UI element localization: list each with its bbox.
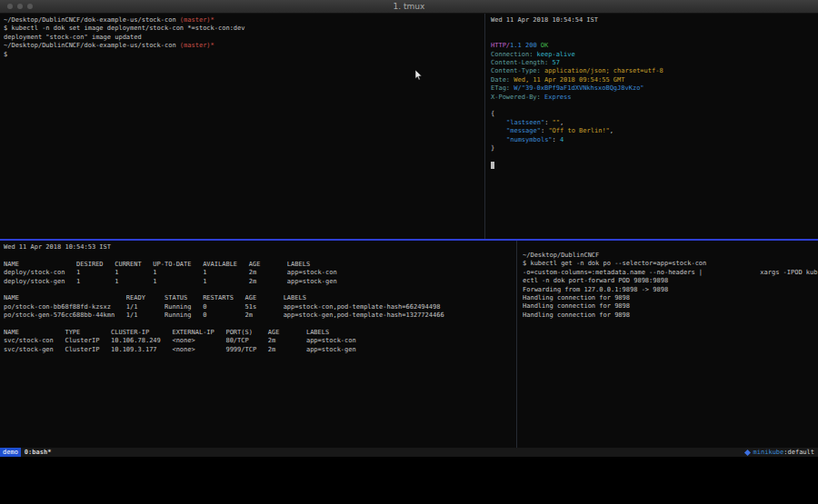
kubernetes-icon xyxy=(744,449,751,455)
window-list-item[interactable]: 0:bash* xyxy=(21,448,52,457)
header-value: application/json; charset=utf-8 xyxy=(541,67,663,74)
http-header-line: Date: Wed, 11 Apr 2018 09:54:55 GMT xyxy=(491,76,818,84)
blank-line xyxy=(491,153,818,161)
header-key: Date: xyxy=(491,76,510,84)
command-line: $ kubectl -n dok set image deployment/st… xyxy=(4,25,484,33)
kubectl-get-output: NAME DESIRED CURRENT UP-TO-DATE AVAILABL… xyxy=(4,261,516,354)
status-right: minikube :default xyxy=(745,448,818,457)
json-key: "numsymbols" xyxy=(506,136,553,143)
prompt-path: ~/Desktop/DublinCNCF/dok-example-us/stoc… xyxy=(4,16,176,24)
header-key: ETag: xyxy=(491,84,510,92)
terminal-line: -o=custom-columns=:metadata.name --no-he… xyxy=(523,269,818,277)
terminal-cursor xyxy=(491,162,494,169)
json-separator: : xyxy=(544,119,552,126)
json-value: "Off to Berlin!" xyxy=(548,127,609,134)
git-dirty-star: * xyxy=(211,16,214,24)
terminal-line: Forwarding from 127.0.0.1:9898 -> 9898 xyxy=(523,286,818,294)
json-separator: : xyxy=(553,136,560,143)
cursor-line xyxy=(491,162,818,170)
pane-top-left[interactable]: ~/Desktop/DublinCNCF/dok-example-us/stoc… xyxy=(0,14,484,239)
header-key: Content-Length: xyxy=(491,59,548,66)
pane-bottom-left[interactable]: Wed 11 Apr 2018 10:54:53 IST NAME DESIRE… xyxy=(0,241,516,448)
json-field-line: "numsymbols": 4 xyxy=(491,136,818,144)
pane-divider-horizontal[interactable] xyxy=(0,239,818,241)
json-field-line: "message": "Off to Berlin!", xyxy=(491,127,818,135)
header-key: X-Powered-By: xyxy=(491,94,541,101)
mouse-pointer-icon xyxy=(414,70,423,81)
http-status-code: 200 xyxy=(522,42,537,49)
git-branch: (master) xyxy=(176,42,211,49)
terminal-line: Handling connection for 9898 xyxy=(523,294,818,302)
terminal-line: deploy/stock-gen 1 1 1 1 2m app=stock-ge… xyxy=(4,278,516,286)
pane-top-right[interactable]: Wed 11 Apr 2018 10:54:54 IST HTTP/1.1 20… xyxy=(487,14,818,239)
json-field-line: "lastseen": "", xyxy=(491,119,818,127)
terminal-line: deploy/stock-con 1 1 1 1 2m app=stock-co… xyxy=(4,269,516,277)
http-header-line: ETag: W/"39-0xBPf9aF1dXVNkhsxoBQgJ8vKzo" xyxy=(491,84,818,93)
terminal-line xyxy=(4,286,516,294)
pane-bottom-right[interactable]: ~/Desktop/DublinCNCF$ kubectl get -n dok… xyxy=(519,241,818,448)
kube-namespace: :default xyxy=(783,448,814,457)
kube-context: minikube xyxy=(753,448,784,457)
terminal-line xyxy=(4,321,516,329)
command-output: deployment "stock-con" image updated xyxy=(4,34,484,42)
timestamp-line: Wed 11 Apr 2018 10:54:54 IST xyxy=(491,16,818,25)
shell-prompt-line: ~/Desktop/DublinCNCF/dok-example-us/stoc… xyxy=(4,42,484,50)
blank-line xyxy=(491,34,818,42)
header-value: Wed, 11 Apr 2018 09:54:55 GMT xyxy=(510,76,624,84)
http-header-line: Content-Type: application/json; charset=… xyxy=(491,67,818,75)
blank-line xyxy=(491,25,818,33)
session-name-badge[interactable]: demo xyxy=(0,448,21,457)
header-key: Content-Type: xyxy=(491,67,541,74)
terminal-line: Handling connection for 9898 xyxy=(523,302,818,311)
terminal-line: NAME TYPE CLUSTER-IP EXTERNAL-IP PORT(S)… xyxy=(4,329,516,337)
terminal-line: NAME DESIRED CURRENT UP-TO-DATE AVAILABL… xyxy=(4,261,516,269)
header-value: W/"39-0xBPf9aF1dXVNkhsxoBQgJ8vKzo" xyxy=(510,84,644,92)
terminal-line: Handling connection for 9898 xyxy=(523,311,818,320)
http-status-line: HTTP/1.1 200 OK xyxy=(491,42,818,50)
terminal-line: ectl -n dok port-forward POD 9898:9898 xyxy=(523,277,818,285)
terminal-line: $ kubectl get -n dok po --selector=app=s… xyxy=(523,260,818,268)
header-key: Connection: xyxy=(491,51,533,58)
json-value: 4 xyxy=(560,136,564,143)
timestamp-line: Wed 11 Apr 2018 10:54:53 IST xyxy=(4,243,516,252)
prompt-path: ~/Desktop/DublinCNCF/dok-example-us/stoc… xyxy=(4,42,176,49)
terminal-line: svc/stock-con ClusterIP 10.106.78.249 <n… xyxy=(4,337,516,345)
port-forward-output: ~/Desktop/DublinCNCF$ kubectl get -n dok… xyxy=(523,252,818,320)
json-comma: , xyxy=(560,119,564,126)
shell-prompt-line: ~/Desktop/DublinCNCF/dok-example-us/stoc… xyxy=(4,16,484,25)
status-left: demo 0:bash* xyxy=(0,448,51,457)
http-version: 1.1 xyxy=(510,42,522,49)
pane-divider-vertical-top[interactable] xyxy=(484,14,485,239)
pane-divider-vertical-bottom[interactable] xyxy=(516,241,517,448)
terminal-line: NAME READY STATUS RESTARTS AGE LABELS xyxy=(4,294,516,302)
http-header-line: X-Powered-By: Express xyxy=(491,94,818,102)
json-value: "" xyxy=(553,119,560,126)
blank-line xyxy=(491,102,818,110)
http-header-line: Content-Length: 57 xyxy=(491,59,818,67)
prompt-symbol: $ xyxy=(4,51,484,59)
blank-line xyxy=(4,252,516,260)
window-title: 1. tmux xyxy=(0,2,818,11)
http-status-reason: OK xyxy=(537,42,549,49)
header-value: keep-alive xyxy=(533,51,574,58)
git-branch: (master) xyxy=(176,16,211,24)
terminal-line: po/stock-gen-576cc688bb-44kmn 1/1 Runnin… xyxy=(4,311,516,320)
header-value: Express xyxy=(541,94,572,101)
http-proto: HTTP/ xyxy=(491,42,510,49)
json-close-brace: } xyxy=(491,144,818,153)
http-header-line: Connection: keep-alive xyxy=(491,51,818,59)
json-key: "message" xyxy=(506,127,541,134)
json-key: "lastseen" xyxy=(506,119,544,126)
terminal-line: po/stock-con-bb68f88fd-kzsxz 1/1 Running… xyxy=(4,303,516,311)
tmux-status-bar: demo 0:bash* minikube :default xyxy=(0,448,818,457)
window-titlebar[interactable]: 1. tmux xyxy=(0,0,818,14)
git-dirty-star: * xyxy=(211,42,214,49)
terminal-window: 1. tmux ~/Desktop/DublinCNCF/dok-example… xyxy=(0,0,818,457)
terminal-line: ~/Desktop/DublinCNCF xyxy=(523,252,818,260)
header-value: 57 xyxy=(548,59,560,66)
screenshot-root: { "window": { "title": "1. tmux", "traff… xyxy=(0,0,818,504)
json-open-brace: { xyxy=(491,110,818,118)
terminal-line: svc/stock-gen ClusterIP 10.109.3.177 <no… xyxy=(4,346,516,354)
json-comma: , xyxy=(610,127,614,134)
